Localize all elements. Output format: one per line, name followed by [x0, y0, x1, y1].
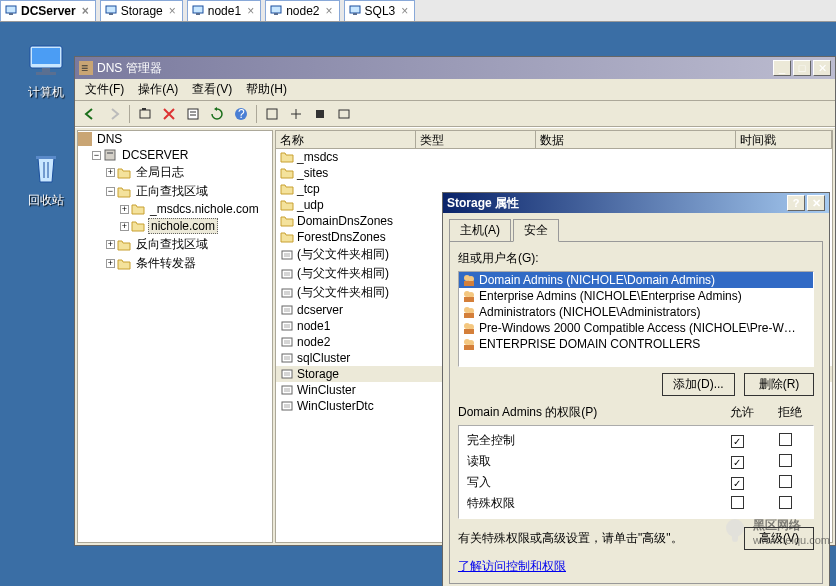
menu-item[interactable]: 帮助(H) [240, 79, 293, 100]
column-header[interactable]: 数据 [536, 131, 736, 148]
add-button[interactable]: 添加(D)... [662, 373, 735, 396]
desktop-icon-computer[interactable]: 计算机 [16, 40, 76, 101]
tree-server[interactable]: DCSERVER [120, 148, 190, 162]
deny-checkbox[interactable] [779, 454, 792, 467]
minimize-button[interactable]: _ [773, 60, 791, 76]
deny-checkbox[interactable] [779, 496, 792, 509]
close-icon[interactable]: × [324, 4, 335, 18]
tool-button[interactable] [261, 103, 283, 125]
menu-item[interactable]: 操作(A) [132, 79, 184, 100]
tab-label: node2 [286, 4, 319, 18]
tree-item[interactable]: 反向查找区域 [134, 236, 210, 253]
tree-zone-selected[interactable]: nichole.com [148, 218, 218, 234]
allow-checkbox[interactable]: ✓ [731, 435, 744, 448]
vm-tab-DCServer[interactable]: DCServer× [0, 0, 96, 21]
tab-label: Storage [121, 4, 163, 18]
group-list-item[interactable]: ENTERPRISE DOMAIN CONTROLLERS [459, 336, 813, 352]
back-button[interactable] [79, 103, 101, 125]
tree-item[interactable]: 全局日志 [134, 164, 186, 181]
maximize-button[interactable]: □ [793, 60, 811, 76]
expand-button[interactable]: + [106, 259, 115, 268]
advanced-button[interactable]: 高级(V) [744, 527, 814, 550]
stop-button[interactable] [309, 103, 331, 125]
desktop-icon-recycle[interactable]: 回收站 [16, 148, 76, 209]
window-title-bar[interactable]: ≡ DNS 管理器 _ □ ✕ [75, 57, 835, 79]
close-icon[interactable]: × [245, 4, 256, 18]
expand-button[interactable]: + [120, 222, 129, 231]
up-button[interactable] [134, 103, 156, 125]
vm-tab-Storage[interactable]: Storage× [100, 0, 183, 21]
soa-icon [280, 286, 294, 300]
svg-rect-25 [78, 132, 92, 146]
column-header[interactable]: 类型 [416, 131, 536, 148]
tree-zone[interactable]: _msdcs.nichole.com [148, 202, 261, 216]
deny-checkbox[interactable] [779, 433, 792, 446]
tool-button[interactable] [285, 103, 307, 125]
deny-checkbox[interactable] [779, 475, 792, 488]
svg-rect-3 [109, 13, 113, 15]
help-button[interactable]: ? [787, 195, 805, 211]
group-name: Domain Admins (NICHOLE\Domain Admins) [479, 273, 715, 287]
allow-checkbox[interactable]: ✓ [731, 477, 744, 490]
expand-button[interactable]: − [92, 151, 101, 160]
group-icon [462, 305, 476, 319]
properties-button[interactable] [182, 103, 204, 125]
group-list-item[interactable]: Pre-Windows 2000 Compatible Access (NICH… [459, 320, 813, 336]
group-list-item[interactable]: Administrators (NICHOLE\Administrators) [459, 304, 813, 320]
menu-item[interactable]: 查看(V) [186, 79, 238, 100]
close-icon[interactable]: × [167, 4, 178, 18]
folder-icon [280, 150, 294, 164]
menu-bar: 文件(F)操作(A)查看(V)帮助(H) [75, 79, 835, 101]
column-header[interactable]: 时间戳 [736, 131, 832, 148]
folder-icon [117, 257, 131, 271]
help-button[interactable]: ? [230, 103, 252, 125]
tree-root[interactable]: DNS [95, 132, 124, 146]
tree-view[interactable]: DNS −DCSERVER +全局日志 −正向查找区域 +_msdcs.nich… [77, 130, 273, 543]
group-list-item[interactable]: Domain Admins (NICHOLE\Domain Admins) [459, 272, 813, 288]
tree-item[interactable]: 正向查找区域 [134, 183, 210, 200]
close-button[interactable]: ✕ [813, 60, 831, 76]
vm-tab-SQL3[interactable]: SQL3× [344, 0, 416, 21]
forward-button[interactable] [103, 103, 125, 125]
row-label: Storage [297, 367, 339, 381]
row-label: _msdcs [297, 150, 338, 164]
vm-tab-node1[interactable]: node1× [187, 0, 261, 21]
svg-rect-23 [316, 110, 324, 118]
tab-host[interactable]: 主机(A) [449, 219, 511, 241]
host-icon [280, 367, 294, 381]
permission-name: 写入 [463, 474, 713, 491]
expand-button[interactable]: + [120, 205, 129, 214]
list-row[interactable]: _msdcs [276, 149, 832, 165]
vm-tab-node2[interactable]: node2× [265, 0, 339, 21]
group-icon [462, 337, 476, 351]
help-link[interactable]: 了解访问控制和权限 [458, 558, 814, 575]
close-button[interactable]: ✕ [807, 195, 825, 211]
soa-icon [280, 248, 294, 262]
group-list-item[interactable]: Enterprise Admins (NICHOLE\Enterprise Ad… [459, 288, 813, 304]
permissions-list[interactable]: 完全控制 ✓ 读取 ✓ 写入 ✓ 特殊权限 [458, 425, 814, 519]
allow-checkbox[interactable]: ✓ [731, 456, 744, 469]
allow-column-header: 允许 [718, 404, 766, 421]
expand-button[interactable]: + [106, 168, 115, 177]
column-header[interactable]: 名称 [276, 131, 416, 148]
allow-checkbox[interactable] [731, 496, 744, 509]
tree-item[interactable]: 条件转发器 [134, 255, 198, 272]
refresh-button[interactable] [206, 103, 228, 125]
menu-item[interactable]: 文件(F) [79, 79, 130, 100]
svg-rect-36 [282, 386, 292, 394]
group-icon [462, 289, 476, 303]
remove-button[interactable]: 删除(R) [744, 373, 814, 396]
dialog-title-bar[interactable]: Storage 属性 ? ✕ [443, 193, 829, 213]
svg-rect-9 [353, 13, 357, 15]
svg-rect-13 [36, 72, 56, 75]
tool-button[interactable] [333, 103, 355, 125]
close-icon[interactable]: × [399, 4, 410, 18]
group-listbox[interactable]: Domain Admins (NICHOLE\Domain Admins)Ent… [458, 271, 814, 367]
svg-rect-37 [282, 402, 292, 410]
list-row[interactable]: _sites [276, 165, 832, 181]
tab-security[interactable]: 安全 [513, 219, 559, 242]
close-icon[interactable]: × [80, 4, 91, 18]
expand-button[interactable]: + [106, 240, 115, 249]
expand-button[interactable]: − [106, 187, 115, 196]
delete-button[interactable] [158, 103, 180, 125]
